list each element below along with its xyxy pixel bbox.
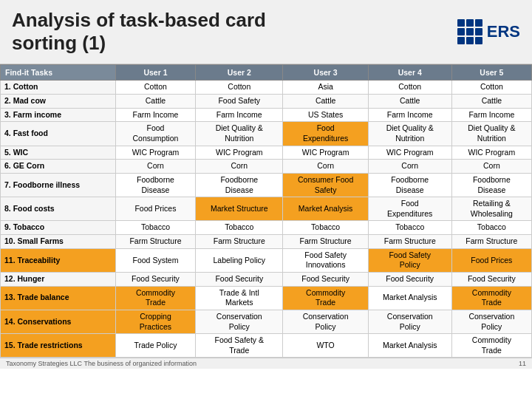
- cell-user5: FoodborneDisease: [451, 173, 531, 197]
- header: Analysis of task-based card sorting (1) …: [0, 0, 532, 64]
- ers-logo: ERS: [457, 19, 520, 44]
- main-table: Find-it Tasks User 1 User 2 User 3 User …: [0, 64, 532, 358]
- cell-user2: WIC Program: [196, 146, 283, 160]
- cell-user5: Corn: [451, 160, 531, 174]
- cell-user2: Labeling Policy: [196, 248, 283, 272]
- cell-user4: Cotton: [368, 81, 451, 95]
- cell-user2: FoodborneDisease: [196, 173, 283, 197]
- task-cell: 7. Foodborne illness: [1, 173, 116, 197]
- cell-user4: Cattle: [368, 95, 451, 109]
- cell-user2: Farm Income: [196, 108, 283, 122]
- cell-user2: Diet Quality &Nutrition: [196, 122, 283, 146]
- task-cell: 11. Traceability: [1, 248, 116, 272]
- cell-user5: Food Prices: [451, 248, 531, 272]
- cell-user2: Food Security: [196, 272, 283, 286]
- cell-user4: FoodExpenditures: [368, 197, 451, 221]
- table-row: 4. Fast foodFoodConsumptionDiet Quality …: [1, 122, 532, 146]
- task-cell: 5. WIC: [1, 146, 116, 160]
- cell-user1: Food Security: [115, 272, 195, 286]
- cell-user3: WTO: [283, 334, 368, 358]
- cell-user4: Farm Income: [368, 108, 451, 122]
- table-row: 6. GE CornCornCornCornCornCorn: [1, 160, 532, 174]
- page-title: Analysis of task-based card sorting (1): [12, 9, 266, 55]
- col-header-user2: User 2: [196, 65, 283, 81]
- cell-user3: Food SafetyInnovations: [283, 248, 368, 272]
- table-row: 9. TobaccoTobaccoTobaccoTobaccoTobaccoTo…: [1, 221, 532, 235]
- cell-user4: Farm Structure: [368, 235, 451, 249]
- cell-user2: Farm Structure: [196, 235, 283, 249]
- cell-user1: CommodityTrade: [115, 286, 195, 310]
- cell-user2: Corn: [196, 160, 283, 174]
- cell-user5: Farm Income: [451, 108, 531, 122]
- cell-user2: Trade & IntlMarkets: [196, 286, 283, 310]
- task-cell: 6. GE Corn: [1, 160, 116, 174]
- cell-user4: Market Analysis: [368, 334, 451, 358]
- table-row: 14. ConservationsCroppingPracticesConser…: [1, 310, 532, 333]
- ers-logo-text: ERS: [487, 22, 520, 41]
- col-header-tasks: Find-it Tasks: [1, 65, 116, 81]
- task-cell: 8. Food costs: [1, 197, 116, 221]
- cell-user1: Corn: [115, 160, 195, 174]
- table-row: 3. Farm incomeFarm IncomeFarm IncomeUS S…: [1, 108, 532, 122]
- table-row: 13. Trade balanceCommodityTradeTrade & I…: [1, 286, 532, 310]
- ers-dots-grid: [457, 19, 482, 44]
- cell-user3: Food Security: [283, 272, 368, 286]
- table-row: 2. Mad cowCattleFood SafetyCattleCattleC…: [1, 95, 532, 109]
- cell-user3: US States: [283, 108, 368, 122]
- col-header-user4: User 4: [368, 65, 451, 81]
- footer-right: 11: [519, 360, 526, 367]
- col-header-user5: User 5: [451, 65, 531, 81]
- cell-user5: Tobacco: [451, 221, 531, 235]
- cell-user2: Tobacco: [196, 221, 283, 235]
- col-header-user1: User 1: [115, 65, 195, 81]
- cell-user1: Cattle: [115, 95, 195, 109]
- task-cell: 12. Hunger: [1, 272, 116, 286]
- cell-user5: ConservationPolicy: [451, 310, 531, 333]
- cell-user1: Food Prices: [115, 197, 195, 221]
- task-cell: 1. Cotton: [1, 81, 116, 95]
- task-cell: 10. Small Farms: [1, 235, 116, 249]
- cell-user3: Consumer FoodSafety: [283, 173, 368, 197]
- cell-user1: WIC Program: [115, 146, 195, 160]
- cell-user5: Farm Structure: [451, 235, 531, 249]
- table-row: 11. TraceabilityFood SystemLabeling Poli…: [1, 248, 532, 272]
- cell-user5: Cattle: [451, 95, 531, 109]
- cell-user1: Farm Structure: [115, 235, 195, 249]
- cell-user5: Retailing &Wholesaling: [451, 197, 531, 221]
- cell-user5: Diet Quality &Nutrition: [451, 122, 531, 146]
- cell-user4: WIC Program: [368, 146, 451, 160]
- cell-user3: Asia: [283, 81, 368, 95]
- table-row: 12. HungerFood SecurityFood SecurityFood…: [1, 272, 532, 286]
- cell-user1: CroppingPractices: [115, 310, 195, 333]
- cell-user1: FoodConsumption: [115, 122, 195, 146]
- cell-user5: Cotton: [451, 81, 531, 95]
- task-cell: 9. Tobacco: [1, 221, 116, 235]
- cell-user5: Food Security: [451, 272, 531, 286]
- cell-user1: Trade Policy: [115, 334, 195, 358]
- table-row: 7. Foodborne illnessFoodborneDiseaseFood…: [1, 173, 532, 197]
- cell-user2: Food Safety &Trade: [196, 334, 283, 358]
- cell-user4: Tobacco: [368, 221, 451, 235]
- cell-user2: Food Safety: [196, 95, 283, 109]
- col-header-user3: User 3: [283, 65, 368, 81]
- cell-user3: Cattle: [283, 95, 368, 109]
- task-cell: 3. Farm income: [1, 108, 116, 122]
- cell-user5: WIC Program: [451, 146, 531, 160]
- task-cell: 13. Trade balance: [1, 286, 116, 310]
- cell-user1: Cotton: [115, 81, 195, 95]
- cell-user2: Cotton: [196, 81, 283, 95]
- cell-user3: ConservationPolicy: [283, 310, 368, 333]
- cell-user3: Farm Structure: [283, 235, 368, 249]
- cell-user1: Food System: [115, 248, 195, 272]
- footer: Taxonomy Strategies LLC The business of …: [0, 358, 532, 369]
- cell-user4: Food Security: [368, 272, 451, 286]
- task-cell: 4. Fast food: [1, 122, 116, 146]
- cell-user5: CommodityTrade: [451, 286, 531, 310]
- cell-user4: Diet Quality &Nutrition: [368, 122, 451, 146]
- cell-user2: ConservationPolicy: [196, 310, 283, 333]
- task-cell: 14. Conservations: [1, 310, 116, 333]
- cell-user4: FoodborneDisease: [368, 173, 451, 197]
- cell-user4: Food SafetyPolicy: [368, 248, 451, 272]
- table-row: 10. Small FarmsFarm StructureFarm Struct…: [1, 235, 532, 249]
- cell-user3: Tobacco: [283, 221, 368, 235]
